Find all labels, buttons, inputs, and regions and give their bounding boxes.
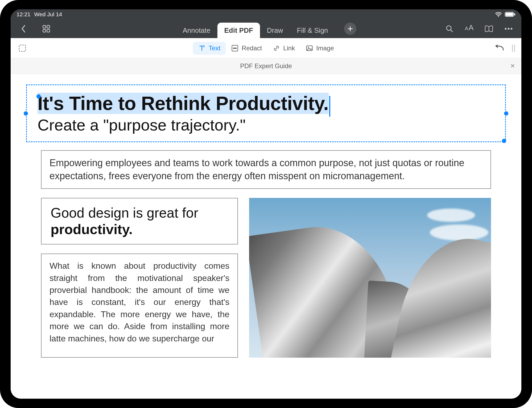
tool-text[interactable]: Text bbox=[193, 42, 226, 55]
screen: 12:21 Wed Jul 14 Annotate Edit PDF Draw bbox=[11, 9, 521, 399]
tool-link-label: Link bbox=[283, 44, 295, 52]
thumbnail-grid-button[interactable] bbox=[41, 23, 52, 34]
tool-redact[interactable]: Redact bbox=[226, 42, 267, 55]
toolbar-drag-handle[interactable] bbox=[512, 44, 515, 52]
svg-point-11 bbox=[511, 28, 512, 30]
tool-image[interactable]: Image bbox=[300, 42, 339, 55]
tab-edit-pdf[interactable]: Edit PDF bbox=[217, 23, 260, 38]
section-heading-prefix: Good design is great for bbox=[51, 205, 198, 221]
article-photo[interactable] bbox=[249, 198, 491, 358]
reader-view-button[interactable] bbox=[484, 23, 494, 34]
add-tab-button[interactable] bbox=[344, 23, 356, 35]
text-caret bbox=[329, 96, 330, 117]
svg-rect-14 bbox=[233, 48, 237, 49]
document-tab-bar: PDF Expert Guide ✕ bbox=[11, 58, 521, 74]
doc-subheading[interactable]: Create a "purpose trajectory." bbox=[38, 116, 494, 134]
wifi-icon bbox=[495, 12, 502, 17]
back-button[interactable] bbox=[18, 23, 29, 34]
edit-sub-toolbar: Text Redact Link Image bbox=[11, 38, 521, 58]
svg-rect-6 bbox=[43, 30, 46, 32]
svg-point-9 bbox=[505, 28, 506, 30]
link-tool-icon bbox=[273, 44, 280, 52]
ipad-frame: 12:21 Wed Jul 14 Annotate Edit PDF Draw bbox=[0, 0, 532, 408]
search-button[interactable] bbox=[444, 23, 455, 34]
top-nav: Annotate Edit PDF Draw Fill & Sign AA bbox=[11, 19, 521, 38]
text-selection-start-handle[interactable] bbox=[36, 94, 41, 99]
tool-redact-label: Redact bbox=[242, 44, 262, 52]
svg-point-10 bbox=[508, 28, 509, 30]
svg-point-0 bbox=[498, 16, 499, 17]
status-bar: 12:21 Wed Jul 14 bbox=[11, 9, 521, 19]
text-tool-icon bbox=[198, 44, 205, 52]
document-close-button[interactable]: ✕ bbox=[510, 63, 515, 70]
undo-button[interactable] bbox=[494, 43, 505, 54]
tab-fill-sign[interactable]: Fill & Sign bbox=[290, 23, 335, 38]
svg-rect-2 bbox=[506, 13, 513, 16]
body-paragraph-box[interactable]: What is known about productivity comes s… bbox=[41, 254, 238, 358]
text-selection-end-handle[interactable] bbox=[502, 139, 506, 143]
selection-handle-left[interactable] bbox=[24, 111, 28, 116]
svg-rect-3 bbox=[514, 13, 515, 15]
photo-cloud bbox=[430, 225, 488, 240]
redact-tool-icon bbox=[231, 44, 238, 52]
document-title: PDF Expert Guide bbox=[240, 62, 292, 70]
text-size-button[interactable]: AA bbox=[464, 23, 475, 34]
battery-icon bbox=[505, 12, 515, 17]
selection-handle-right[interactable] bbox=[504, 111, 508, 116]
svg-rect-4 bbox=[43, 26, 46, 28]
tool-text-label: Text bbox=[209, 44, 220, 52]
more-options-button[interactable] bbox=[503, 23, 514, 34]
svg-rect-12 bbox=[19, 45, 26, 51]
lead-paragraph-box[interactable]: Empowering employees and teams to work t… bbox=[41, 150, 491, 189]
tab-annotate[interactable]: Annotate bbox=[176, 23, 217, 38]
tab-draw[interactable]: Draw bbox=[260, 23, 290, 38]
tool-image-label: Image bbox=[316, 44, 334, 52]
svg-point-16 bbox=[308, 47, 309, 48]
selected-text-block[interactable]: It's Time to Rethink Productivity. Creat… bbox=[26, 84, 506, 142]
doc-heading-1[interactable]: It's Time to Rethink Productivity. bbox=[38, 93, 330, 114]
section-heading-bold: productivity. bbox=[51, 222, 133, 237]
image-tool-icon bbox=[306, 44, 313, 52]
svg-rect-7 bbox=[47, 30, 50, 32]
section-heading-box[interactable]: Good design is great for productivity. bbox=[41, 198, 238, 244]
document-canvas[interactable]: It's Time to Rethink Productivity. Creat… bbox=[11, 74, 521, 399]
selection-tool-button[interactable] bbox=[17, 43, 28, 54]
tool-link[interactable]: Link bbox=[267, 42, 300, 55]
status-date: Wed Jul 14 bbox=[34, 11, 62, 18]
mode-tabs: Annotate Edit PDF Draw Fill & Sign bbox=[176, 19, 356, 38]
svg-rect-5 bbox=[47, 26, 50, 28]
selected-title-text: It's Time to Rethink Productivity. bbox=[38, 93, 329, 114]
status-time: 12:21 bbox=[17, 11, 31, 18]
